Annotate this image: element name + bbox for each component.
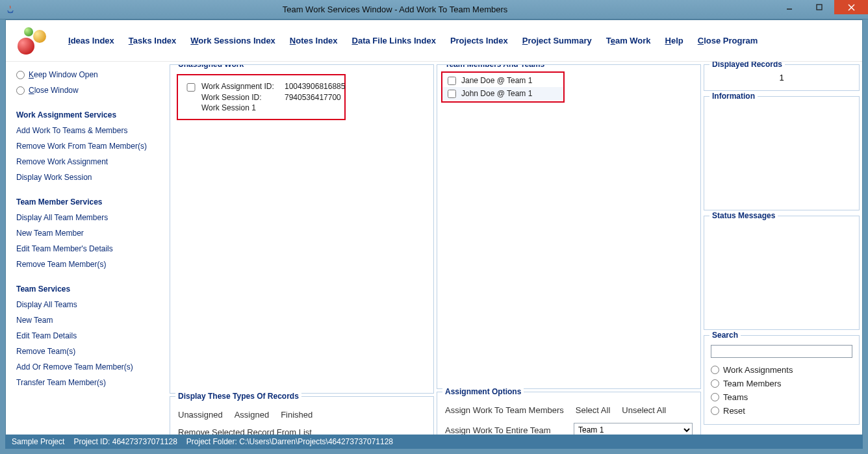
window-title: Team Work Services Window - Add Work To … [16,5,774,14]
member-checkbox[interactable] [448,77,456,85]
group-displayed-records: Displayed Records 1 [704,64,860,91]
menu-notes-index[interactable]: Notes Index [290,36,338,45]
work-session-name: Work Session 1 [201,103,279,112]
filter-finished[interactable]: Finished [281,410,313,420]
link-edit-member-details[interactable]: Edit Team Member's Details [16,242,163,255]
search-opt-work-assignments[interactable]: Work Assignments [711,363,852,377]
close-button[interactable] [834,0,868,14]
action-assign-to-entire-team[interactable]: Assign Work To Entire Team [445,425,562,435]
link-new-team[interactable]: New Team [16,314,163,327]
member-row[interactable]: John Doe @ Team 1 [442,87,563,100]
displayed-records-value: 1 [711,71,852,84]
menu-tasks-index[interactable]: Tasks Index [129,36,176,45]
link-new-team-member[interactable]: New Team Member [16,227,163,240]
sidebar-header-work-assignment: Work Assignment Services [16,108,163,121]
link-remove-work-from-member[interactable]: Remove Work From Team Member(s) [16,140,163,153]
link-add-work-to-teams[interactable]: Add Work To Teams & Members [16,124,163,137]
status-project-name: Sample Project [12,437,64,446]
main-area: Keep Window Open Close Window Work Assig… [6,62,862,448]
menu-project-summary[interactable]: Project Summary [522,36,592,45]
link-remove-teams[interactable]: Remove Team(s) [16,345,163,358]
status-messages-content [711,225,852,323]
action-unselect-all[interactable]: Unselect All [622,405,666,415]
legend-search: Search [709,331,741,340]
work-session-id-label: Work Session ID: [201,93,279,102]
title-bar: Team Work Services Window - Add Work To … [0,0,868,19]
client-area: Ideas Index Tasks Index Work Sessions In… [5,19,863,449]
member-checkbox[interactable] [448,90,456,98]
sidebar-header-team-services: Team Services [16,283,163,296]
link-transfer-members[interactable]: Transfer Team Member(s) [16,376,163,389]
legend-displayed-records: Displayed Records [709,62,785,69]
sidebar: Keep Window Open Close Window Work Assig… [8,64,167,448]
right-column: Displayed Records 1 Information Status M… [704,64,860,448]
window-controls [774,0,868,19]
work-assignment-id-value: 10043906816885 [285,82,345,91]
legend-display-types: Display These Types Of Records [175,392,301,401]
maximize-button[interactable] [804,0,834,14]
search-input[interactable] [711,345,852,358]
minimize-button[interactable] [774,0,804,14]
menu-projects-index[interactable]: Projects Index [450,36,508,45]
group-search: Search Work Assignments Team Members Tea… [704,335,860,425]
search-opt-team-members[interactable]: Team Members [711,377,852,390]
status-project-id: Project ID: 464273737071128 [73,437,177,446]
work-item-checkbox[interactable] [186,83,196,92]
search-opt-teams[interactable]: Teams [711,390,852,404]
filter-assigned[interactable]: Assigned [235,410,269,420]
link-remove-team-members[interactable]: Remove Team Member(s) [16,258,163,271]
link-edit-team-details[interactable]: Edit Team Details [16,329,163,342]
action-select-all[interactable]: Select All [576,405,610,415]
legend-information: Information [709,92,758,101]
member-name: John Doe @ Team 1 [461,89,532,98]
svg-rect-1 [817,5,822,10]
link-display-all-teams[interactable]: Display All Teams [16,298,163,311]
menu-team-work[interactable]: Team Work [606,36,651,45]
work-session-id-value: 7940536417700 [285,93,345,102]
information-content [711,106,852,203]
legend-team-members: Team Members And Teams [442,64,547,69]
status-bar: Sample Project Project ID: 4642737370711… [5,435,863,449]
link-add-or-remove-member[interactable]: Add Or Remove Team Member(s) [16,360,163,373]
group-team-members: Team Members And Teams Jane Doe @ Team 1… [437,64,701,389]
legend-assignment-options: Assignment Options [442,387,524,396]
menu-close-program[interactable]: Close Program [698,36,758,45]
member-row[interactable]: Jane Doe @ Team 1 [442,74,563,87]
members-highlight-box: Jane Doe @ Team 1 John Doe @ Team 1 [441,71,565,103]
app-logo [14,27,49,55]
work-item[interactable]: Work Assignment ID: 10043906816885 Work … [177,74,346,120]
menu-help[interactable]: Help [665,36,683,45]
center-column: Unassigned Work Work Assignment ID: 1004… [170,64,434,448]
search-opt-reset[interactable]: Reset [711,404,852,418]
radio-keep-window-open[interactable]: Keep Window Open [16,68,163,81]
member-name: Jane Doe @ Team 1 [461,76,532,85]
link-remove-work-assignment[interactable]: Remove Work Assignment [16,155,163,168]
radio-close-window[interactable]: Close Window [16,84,163,97]
group-unassigned-work: Unassigned Work Work Assignment ID: 1004… [170,64,434,394]
work-assignment-id-label: Work Assignment ID: [201,82,279,91]
sidebar-header-team-member: Team Member Services [16,195,163,208]
action-assign-to-members[interactable]: Assign Work To Team Members [445,405,564,415]
legend-unassigned-work: Unassigned Work [175,64,246,69]
members-column: Team Members And Teams Jane Doe @ Team 1… [437,64,701,448]
filter-unassigned[interactable]: Unassigned [178,410,223,420]
link-display-all-members[interactable]: Display All Team Members [16,211,163,224]
menu-data-file-links[interactable]: Data File Links Index [352,36,436,45]
link-display-work-session[interactable]: Display Work Session [16,171,163,184]
menu-ideas-index[interactable]: Ideas Index [68,36,114,45]
group-status-messages: Status Messages [704,216,860,330]
menu-bar: Ideas Index Tasks Index Work Sessions In… [6,20,862,62]
group-information: Information [704,96,860,210]
status-project-folder: Project Folder: C:\Users\Darren\Projects… [186,437,393,446]
java-icon [5,5,16,15]
menu-work-sessions[interactable]: Work Sessions Index [190,36,275,45]
legend-status-messages: Status Messages [709,211,778,220]
